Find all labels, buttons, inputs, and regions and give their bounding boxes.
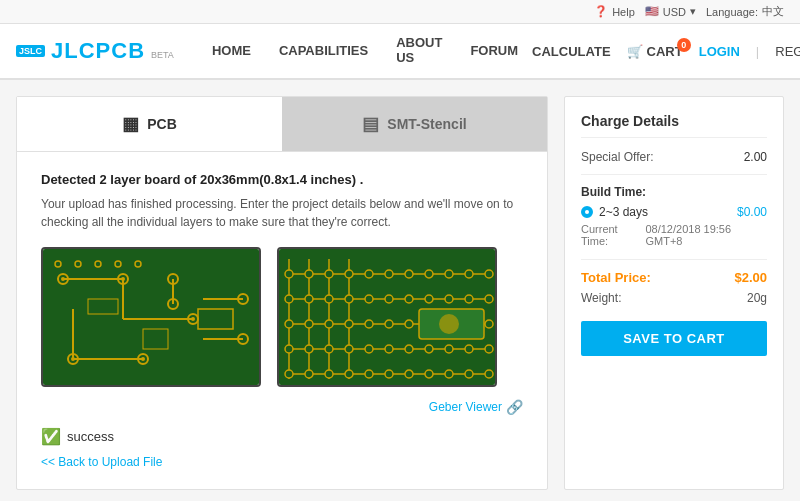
cart-badge: 0 [677, 38, 691, 52]
currency-item[interactable]: 🇺🇸 USD ▾ [645, 5, 696, 18]
svg-point-58 [405, 295, 413, 303]
total-value: $2.00 [734, 270, 767, 285]
svg-point-14 [191, 317, 195, 321]
svg-point-82 [445, 345, 453, 353]
geber-viewer-link[interactable]: Geber Viewer 🔗 [41, 399, 523, 415]
special-offer-label: Special Offer: [581, 150, 653, 164]
svg-point-88 [345, 370, 353, 378]
nav-capabilities[interactable]: CAPABILITIES [265, 23, 382, 79]
svg-point-87 [325, 370, 333, 378]
svg-point-83 [465, 345, 473, 353]
logo[interactable]: JSLC JLCPCB BETA [16, 38, 174, 64]
svg-point-60 [445, 295, 453, 303]
logo-beta: BETA [151, 50, 174, 60]
svg-point-53 [305, 295, 313, 303]
help-item[interactable]: ❓ Help [594, 5, 635, 18]
nav-divider: | [756, 44, 759, 59]
success-icon: ✅ [41, 427, 61, 446]
svg-point-42 [305, 270, 313, 278]
nav-cart[interactable]: 🛒 CART 0 [627, 44, 683, 59]
total-row: Total Price: $2.00 [581, 270, 767, 285]
pcb-tab-icon: ▦ [122, 113, 139, 135]
top-bar: ❓ Help 🇺🇸 USD ▾ Language: 中文 [0, 0, 800, 24]
content-area: ▦ PCB ▤ SMT-Stencil Detected 2 layer boa… [16, 96, 548, 490]
svg-point-73 [485, 320, 493, 328]
header: JSLC JLCPCB BETA HOME CAPABILITIES ABOUT… [0, 24, 800, 80]
svg-point-76 [325, 345, 333, 353]
nav-forum[interactable]: FORUM [456, 23, 532, 79]
success-text: success [67, 429, 114, 444]
svg-point-93 [445, 370, 453, 378]
svg-point-77 [345, 345, 353, 353]
logo-badge: JSLC [16, 45, 45, 57]
flag-icon: 🇺🇸 [645, 5, 659, 18]
geber-icon: 🔗 [506, 399, 523, 415]
nav-right: CALCULATE 🛒 CART 0 LOGIN | REGISTER [532, 44, 800, 59]
svg-point-95 [485, 370, 493, 378]
nav-calculate[interactable]: CALCULATE [532, 44, 610, 59]
geber-viewer-label: Geber Viewer [429, 400, 502, 414]
nav-home[interactable]: HOME [198, 23, 265, 79]
svg-point-50 [465, 270, 473, 278]
language-item[interactable]: Language: 中文 [706, 4, 784, 19]
cart-icon: 🛒 [627, 44, 643, 59]
build-option-price: $0.00 [737, 205, 767, 219]
main-nav: HOME CAPABILITIES ABOUT US FORUM [198, 23, 532, 79]
svg-point-67 [365, 320, 373, 328]
current-time-row: Current Time: 08/12/2018 19:56 GMT+8 [581, 223, 767, 247]
weight-value: 20g [747, 291, 767, 305]
svg-point-59 [425, 295, 433, 303]
svg-point-84 [485, 345, 493, 353]
svg-point-86 [305, 370, 313, 378]
svg-point-64 [305, 320, 313, 328]
save-to-cart-button[interactable]: SAVE TO CART [581, 321, 767, 356]
svg-point-56 [365, 295, 373, 303]
build-option[interactable]: 2~3 days $0.00 [581, 205, 767, 219]
current-time-label: Current Time: [581, 223, 645, 247]
svg-point-74 [285, 345, 293, 353]
svg-point-41 [285, 270, 293, 278]
svg-point-46 [385, 270, 393, 278]
svg-point-43 [325, 270, 333, 278]
language-label: Language: [706, 6, 758, 18]
success-row: ✅ success [41, 427, 523, 446]
build-option-label: 2~3 days [599, 205, 648, 219]
main-container: ▦ PCB ▤ SMT-Stencil Detected 2 layer boa… [0, 80, 800, 501]
smt-tab-label: SMT-Stencil [387, 116, 466, 132]
svg-point-49 [445, 270, 453, 278]
charge-panel: Charge Details Special Offer: 2.00 Build… [564, 96, 784, 490]
radio-button[interactable] [581, 206, 593, 218]
svg-point-69 [405, 320, 413, 328]
svg-point-48 [425, 270, 433, 278]
help-label: Help [612, 6, 635, 18]
tab-smt[interactable]: ▤ SMT-Stencil [282, 97, 547, 151]
svg-point-16 [71, 357, 75, 361]
product-tabs: ▦ PCB ▤ SMT-Stencil [17, 97, 547, 152]
svg-point-68 [385, 320, 393, 328]
pcb-image-1 [41, 247, 261, 387]
nav-register[interactable]: REGISTER [775, 44, 800, 59]
pcb-image-2 [277, 247, 497, 387]
charge-title: Charge Details [581, 113, 767, 138]
currency-chevron: ▾ [690, 5, 696, 18]
total-label: Total Price: [581, 270, 651, 285]
detection-subtitle: Your upload has finished processing. Ent… [41, 195, 523, 231]
svg-point-75 [305, 345, 313, 353]
logo-text: JLCPCB [51, 38, 145, 64]
svg-point-79 [385, 345, 393, 353]
svg-point-80 [405, 345, 413, 353]
svg-point-57 [385, 295, 393, 303]
pcb-images [41, 247, 523, 387]
nav-login[interactable]: LOGIN [699, 44, 740, 59]
svg-point-54 [325, 295, 333, 303]
back-link[interactable]: << Back to Upload File [41, 455, 162, 469]
radio-inner [585, 210, 589, 214]
svg-point-47 [405, 270, 413, 278]
svg-point-63 [285, 320, 293, 328]
svg-point-66 [345, 320, 353, 328]
tab-pcb[interactable]: ▦ PCB [17, 97, 282, 151]
content-body: Detected 2 layer board of 20x36mm(0.8x1.… [17, 152, 547, 489]
nav-about-us[interactable]: ABOUT US [382, 23, 456, 79]
svg-point-85 [285, 370, 293, 378]
language-value: 中文 [762, 4, 784, 19]
